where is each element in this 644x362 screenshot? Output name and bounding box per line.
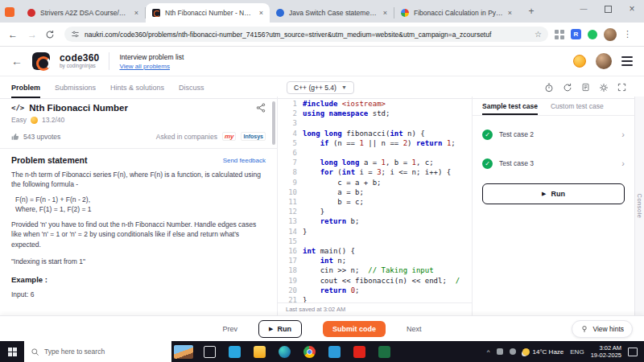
chrome-icon[interactable] [303,346,316,358]
scrollbar-thumb[interactable] [272,101,275,145]
testcase-row[interactable]: ✓ Test case 3 › [473,153,634,174]
logo-text: code360 [60,53,99,63]
weather-widget[interactable]: 14°C Haze [522,348,564,356]
extensions-icon[interactable] [555,30,564,39]
notes-icon[interactable] [581,83,590,92]
excel-icon[interactable] [378,346,390,358]
browser-tab-1[interactable]: Strivers A2Z DSA Course/Sheet × [21,3,145,23]
browser-tab-3[interactable]: Java Switch Case statement | Pr × [270,3,394,23]
close-button[interactable]: × [620,0,644,18]
extension-icon[interactable] [588,30,597,39]
line-number: 10 [278,187,297,197]
start-button[interactable] [0,341,24,362]
tab-submissions[interactable]: Submissions [55,76,96,98]
upvote-icon[interactable] [11,133,19,141]
coins-icon[interactable] [573,55,586,68]
reader-extension-icon[interactable]: R [571,29,581,39]
url-text[interactable]: naukri.com/code360/problems/nth-fibonacc… [85,31,530,39]
mail-icon[interactable] [229,346,241,358]
language-label: C++ (g++ 5.4) [294,84,336,92]
problem-tabs: Problem Submissions Hints & solutions Di… [0,76,277,98]
address-bar[interactable]: naukri.com/code360/problems/nth-fibonacc… [64,27,548,42]
browser-menu-icon[interactable]: ⋮ [623,29,632,39]
code-area[interactable]: 123456789101112131415161718192021 #inclu… [278,97,472,302]
timer-icon[interactable] [544,83,554,93]
makemytrip-logo: my [222,132,237,141]
view-hints-button[interactable]: View hints [572,320,633,338]
tab-close-icon[interactable]: × [259,9,263,17]
tab-custom-testcase[interactable]: Custom test case [551,97,604,115]
line-number: 20 [278,286,297,295]
vscode-icon[interactable] [328,346,341,358]
tab-hints-solutions[interactable]: Hints & solutions [110,76,164,98]
example-input: Input: 6 [11,290,266,298]
fullscreen-icon[interactable] [617,83,626,92]
line-number: 18 [278,265,297,275]
code-line: #include <iostream> [303,99,472,109]
view-all-problems-link[interactable]: View all problems [119,63,184,70]
console-strip[interactable]: Console [634,97,644,315]
code-line: } [303,207,472,216]
tab-close-icon[interactable]: × [508,9,512,17]
code-line: if (n == 1 || n == 2) return 1; [303,138,472,148]
taskbar-search[interactable]: Type here to search [24,341,171,362]
tab-close-icon[interactable]: × [134,9,138,17]
next-button[interactable]: Next [407,325,422,333]
editor-code[interactable]: #include <iostream>using namespace std; … [303,99,472,302]
tray-expand-icon[interactable]: ^ [487,348,490,356]
tab-sample-testcase[interactable]: Sample test case [482,97,538,115]
user-avatar[interactable] [596,53,612,69]
edge-icon[interactable] [279,346,291,358]
back-icon[interactable]: ← [6,29,19,40]
language-indicator[interactable]: ENG [570,348,584,356]
tab-close-icon[interactable]: × [383,9,387,17]
new-tab-button[interactable]: + [523,3,539,19]
testcase-panel: Sample test case Custom test case ✓ Test… [472,97,634,315]
line-number: 7 [278,158,297,167]
tray-app-icon[interactable] [497,348,503,355]
taskbar-clock[interactable]: 3:02 AM 19-02-2025 [591,344,621,360]
action-center-icon[interactable] [628,348,638,356]
tune-icon[interactable] [71,30,80,39]
browser-profile-avatar[interactable] [604,28,617,41]
line-number: 19 [278,276,297,286]
code360-logo-icon[interactable] [32,52,50,70]
problem-panel: </> Nth Fibonacci Number Easy 13.2/40 54… [0,97,277,315]
submit-code-button[interactable]: Submit code [323,321,386,337]
refresh-icon[interactable] [45,30,58,39]
hamburger-menu-icon[interactable] [621,56,633,66]
forward-icon[interactable]: → [26,29,39,40]
weather-icon [522,348,530,356]
line-number: 8 [278,167,297,177]
tray-app-icon[interactable] [510,348,516,355]
line-number: 14 [278,227,297,237]
task-view-icon[interactable] [204,346,216,358]
weather-text: 14°C Haze [533,348,564,356]
language-selector[interactable]: C++ (g++ 5.4) ▼ [287,81,354,94]
send-feedback-link[interactable]: Send feedback [223,157,266,164]
maximize-button[interactable] [596,0,620,18]
settings-gear-icon[interactable] [599,83,609,93]
prev-button[interactable]: Prev [223,325,238,333]
browser-tab-2-active[interactable]: Nth Fibonacci Number - Naukr × [146,3,270,23]
adobe-icon[interactable] [353,346,365,358]
testcase-row[interactable]: ✓ Test case 2 › [473,124,634,145]
pinned-app-icon[interactable] [5,7,14,17]
page-back-icon[interactable]: ← [11,55,23,68]
browser-tab-4[interactable]: Fibonacci Calculation in Python × [394,3,518,23]
bookmark-star-icon[interactable]: ☆ [535,30,542,39]
code360-logo[interactable]: code360 by codingninjas [60,53,99,69]
file-explorer-icon[interactable] [254,346,266,358]
code-line: int n; [303,256,472,265]
tab-problem[interactable]: Problem [11,76,40,98]
bottom-action-bar: Prev ▶ Run Submit code Next View hints [0,315,644,342]
points-value: 13.2/40 [42,116,64,124]
reset-code-icon[interactable] [563,83,572,93]
run-button[interactable]: ▶ Run [258,320,302,338]
share-icon[interactable] [256,103,266,113]
run-testcases-button[interactable]: ▶ Run [482,183,625,204]
statement-paragraph: The n-th term of Fibonacci series F(n), … [11,170,266,190]
news-widget-icon[interactable] [171,341,196,362]
minimize-button[interactable]: — [572,0,596,18]
tab-discuss[interactable]: Discuss [179,76,204,98]
